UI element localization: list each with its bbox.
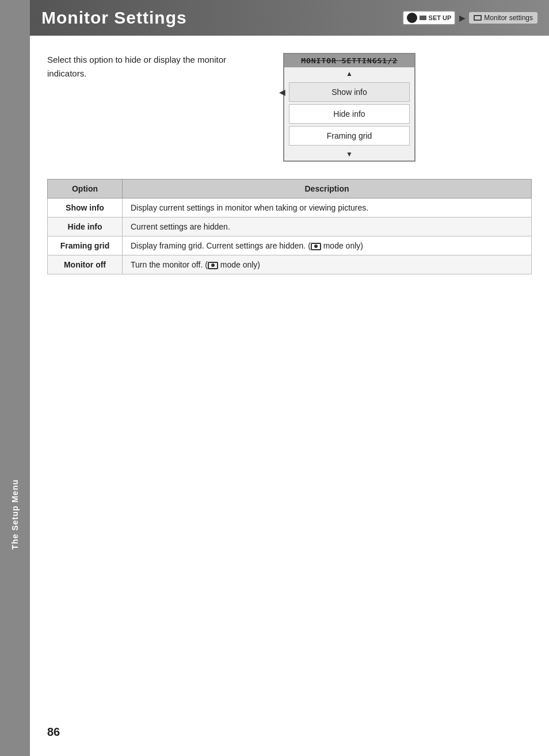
page-number: 86 xyxy=(47,726,60,739)
camera-mode-icon xyxy=(311,243,321,250)
table-cell-description: Display framing grid. Current settings a… xyxy=(123,236,532,255)
setup-badge: SET UP xyxy=(402,10,456,25)
camera-mode-icon xyxy=(208,262,218,269)
table-cell-option: Show info xyxy=(48,198,123,217)
col-description: Description xyxy=(123,180,532,198)
table-cell-option: Monitor off xyxy=(48,255,123,274)
sidebar-tab: The Setup Menu xyxy=(0,0,30,756)
breadcrumb: SET UP ▶ Monitor settings xyxy=(402,10,537,25)
options-table: Option Description Show infoDisplay curr… xyxy=(47,179,532,274)
record-icon xyxy=(407,13,417,23)
monitor-ui-item-label-0: Show info xyxy=(331,87,367,97)
breadcrumb-page-label: Monitor settings xyxy=(484,14,533,22)
table-row: Monitor offTurn the monitor off. ( mode … xyxy=(48,255,532,274)
page-header: Monitor Settings SET UP ▶ Monitor settin… xyxy=(30,0,549,36)
monitor-ui-arrow-down: ▼ xyxy=(284,148,414,161)
monitor-ui-header: MONITOR SETTINGS1/2 xyxy=(284,54,414,67)
sidebar-label-container: The Setup Menu xyxy=(0,457,30,572)
table-cell-description: Current settings are hidden. xyxy=(123,217,532,236)
monitor-ui-item-label-1: Hide info xyxy=(333,109,365,119)
table-cell-description: Turn the monitor off. ( mode only) xyxy=(123,255,532,274)
col-option: Option xyxy=(48,180,123,198)
table-row: Framing gridDisplay framing grid. Curren… xyxy=(48,236,532,255)
setup-label: SET UP xyxy=(429,14,452,21)
monitor-ui-arrow-up: ▲ xyxy=(284,67,414,80)
monitor-ui-item-framing-grid[interactable]: Framing grid xyxy=(289,126,410,146)
monitor-settings-breadcrumb: Monitor settings xyxy=(469,12,537,24)
table-cell-description: Display current settings in monitor when… xyxy=(123,198,532,217)
monitor-icon xyxy=(474,15,482,21)
page-title: Monitor Settings xyxy=(41,8,187,28)
table-header-row: Option Description xyxy=(48,180,532,198)
body-section: Select this option to hide or display th… xyxy=(30,36,549,162)
monitor-ui-item-show-info[interactable]: ◀ Show info xyxy=(289,82,410,102)
selected-arrow-icon: ◀ xyxy=(279,87,285,97)
table-row: Show infoDisplay current settings in mon… xyxy=(48,198,532,217)
monitor-ui-item-label-2: Framing grid xyxy=(327,131,372,140)
sidebar-label: The Setup Menu xyxy=(10,479,20,549)
description-text: Select this option to hide or display th… xyxy=(47,53,266,162)
monitor-ui-panel: MONITOR SETTINGS1/2 ▲ ◀ Show info Hide i… xyxy=(283,53,415,162)
setup-icon xyxy=(420,16,426,20)
monitor-ui-item-hide-info[interactable]: Hide info xyxy=(289,104,410,124)
table-row: Hide infoCurrent settings are hidden. xyxy=(48,217,532,236)
main-content: Monitor Settings SET UP ▶ Monitor settin… xyxy=(30,0,549,756)
breadcrumb-arrow: ▶ xyxy=(459,13,466,22)
table-section: Option Description Show infoDisplay curr… xyxy=(47,179,532,274)
table-cell-option: Framing grid xyxy=(48,236,123,255)
table-cell-option: Hide info xyxy=(48,217,123,236)
